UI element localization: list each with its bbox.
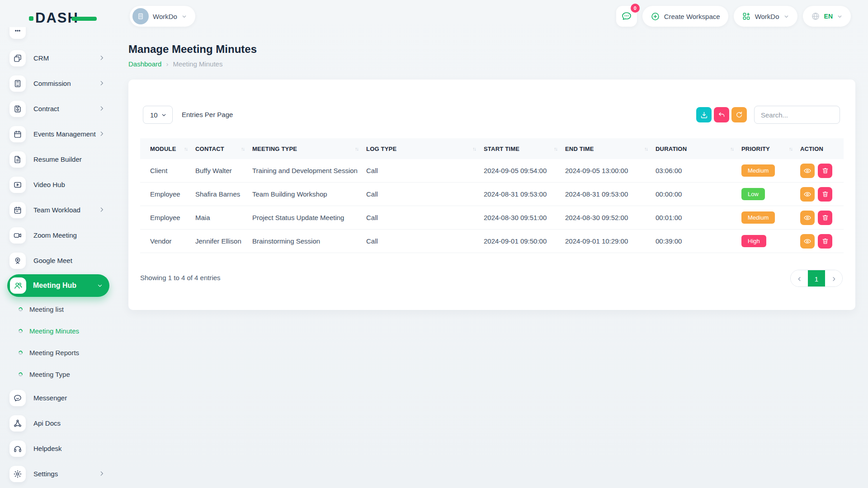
sidebar-item-events-management[interactable]: Events Management [0,124,118,144]
video-box-icon [9,177,26,193]
sidebar-item-contract[interactable]: Contract [0,99,118,119]
view-button[interactable] [800,164,815,178]
cell-meeting-type: Project Status Update Meeting [252,214,366,221]
column-header-priority[interactable]: PRIORITY↑↓ [741,145,800,152]
chevron-right-icon [99,80,105,86]
sidebar-subitem-meeting-reports[interactable]: Meeting Reports [0,344,118,362]
create-workspace-button[interactable]: Create Workspace [642,6,728,27]
sidebar-item-api-docs[interactable]: Api Docs [0,413,118,433]
sidebar-item-zoom-meeting[interactable]: Zoom Meeting [0,225,118,245]
sidebar-subitem-meeting-minutes[interactable]: Meeting Minutes [0,322,118,340]
sort-icon[interactable]: ↑↓ [184,146,187,151]
sidebar-item-settings[interactable]: Settings [0,464,118,484]
column-header-meeting-type[interactable]: MEETING TYPE↑↓ [252,145,366,152]
export-button[interactable] [696,107,712,122]
table-header-row: MODULE↑↓ CONTACT↑↓ MEETING TYPE↑↓ LOG TY… [140,138,844,159]
sidebar-item-label: Contract [33,99,59,119]
sort-icon[interactable]: ↑↓ [241,146,244,151]
cell-start-time: 2024-08-30 09:51:00 [484,214,565,221]
sidebar-item-resume-builder[interactable]: Resume Builder [0,150,118,169]
cell-log-type: Call [366,190,484,198]
column-header-end-time[interactable]: END TIME↑↓ [565,145,656,152]
cell-start-time: 2024-09-01 09:50:00 [484,237,565,245]
sort-icon[interactable]: ↑↓ [472,146,476,151]
sidebar-item-label: Helpdesk [33,439,62,459]
sidebar-item-meeting-hub[interactable]: Meeting Hub [7,274,109,297]
sidebar-item-label: Commission [33,74,71,94]
eye-icon [803,190,811,198]
sidebar-item-video-hub[interactable]: Video Hub [0,175,118,195]
messages-button[interactable]: 0 [616,6,637,27]
breadcrumb-dashboard-link[interactable]: Dashboard [128,60,161,68]
sidebar-subitem-meeting-type[interactable]: Meeting Type [0,366,118,384]
sidebar-item-crm[interactable]: CRM [0,48,118,68]
delete-button[interactable] [818,164,832,178]
cell-module: Vendor [150,237,195,245]
building-icon [137,12,145,20]
sidebar-item-google-meet[interactable]: Google Meet [0,251,118,271]
cell-duration: 03:06:00 [656,167,741,174]
workspace-switcher[interactable]: WorkDo [130,6,195,27]
cell-module: Employee [150,190,195,198]
table-row: Vendor Jennifer Ellison Brainstorming Se… [140,230,844,253]
app-logo[interactable]: DASH [35,10,79,26]
refresh-button[interactable] [731,107,747,122]
cell-duration: 00:01:00 [656,214,741,221]
sidebar-item-helpdesk[interactable]: Helpdesk [0,439,118,459]
priority-badge: Medium [741,211,775,224]
cell-end-time: 2024-09-05 13:00:00 [565,167,656,174]
eye-icon [803,237,811,245]
delete-button[interactable] [818,234,832,249]
sort-icon[interactable]: ↑↓ [730,146,733,151]
pagination-next-button[interactable] [825,270,842,287]
pagination-current-page[interactable]: 1 [808,270,825,287]
cell-log-type: Call [366,167,484,174]
column-header-start-time[interactable]: START TIME↑↓ [484,145,565,152]
view-button[interactable] [800,234,815,249]
gear-icon [9,466,26,482]
column-header-contact[interactable]: CONTACT↑↓ [195,145,252,152]
chevron-right-icon [99,131,105,137]
entries-per-page-value: 10 [150,111,158,119]
sidebar-item-messenger[interactable]: Messenger [0,388,118,408]
sidebar-item-label: Settings [33,464,58,484]
video-camera-icon [9,227,26,244]
sidebar-item-commission[interactable]: Commission [0,74,118,94]
view-button[interactable] [800,187,815,202]
column-header-module[interactable]: MODULE↑↓ [150,145,195,152]
sort-icon[interactable]: ↑↓ [355,146,358,151]
breadcrumb-separator-icon: › [166,60,168,68]
sidebar-item-label: Team Workload [33,200,80,220]
sort-icon[interactable]: ↑↓ [644,146,647,151]
cell-module: Client [150,167,195,174]
sidebar-item-partial[interactable] [0,27,118,41]
workspace-menu-label: WorkDo [755,13,779,20]
pagination-prev-button[interactable] [791,270,808,287]
cell-end-time: 2024-08-30 09:52:00 [565,214,656,221]
meeting-minutes-table: MODULE↑↓ CONTACT↑↓ MEETING TYPE↑↓ LOG TY… [140,138,844,253]
cell-actions [800,234,844,249]
sort-icon[interactable]: ↑↓ [554,146,557,151]
delete-button[interactable] [818,211,832,225]
messages-badge: 0 [631,4,640,13]
back-button[interactable] [714,107,729,122]
workspace-menu-button[interactable]: WorkDo [734,6,797,27]
language-selector[interactable]: EN [803,6,851,27]
download-icon [700,111,708,119]
undo-arrow-icon [717,111,726,119]
entries-per-page-select[interactable]: 10 [143,106,173,124]
chevron-down-icon [97,282,103,289]
sidebar-subitem-meeting-list[interactable]: Meeting list [0,300,118,319]
sidebar-item-team-workload[interactable]: Team Workload [0,200,118,220]
column-header-duration[interactable]: DURATION↑↓ [656,145,741,152]
table-row: Employee Shafira Barnes Team Building Wo… [140,183,844,206]
column-header-log-type[interactable]: LOG TYPE↑↓ [366,145,484,152]
chevron-down-icon [181,14,187,19]
sidebar-item-label: Messenger [33,388,67,408]
ellipsis-icon [9,27,26,39]
view-button[interactable] [800,211,815,225]
cell-start-time: 2024-08-31 09:53:00 [484,190,565,198]
search-input[interactable] [754,106,840,124]
sort-icon[interactable]: ↑↓ [789,146,792,151]
delete-button[interactable] [818,187,832,202]
